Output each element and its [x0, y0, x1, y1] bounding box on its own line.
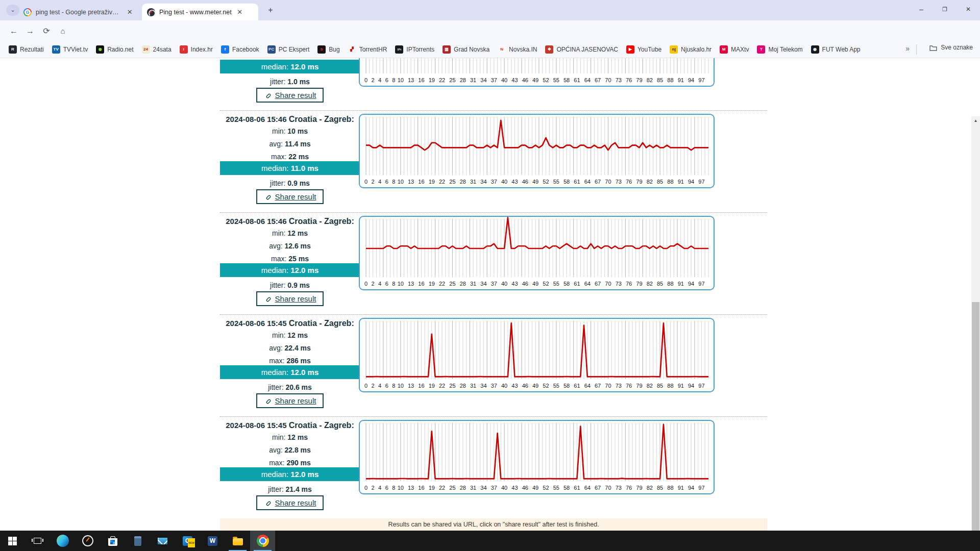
bookmark-favicon: nj	[670, 45, 678, 54]
taskbar-app-outlook[interactable]: ONEW	[175, 531, 200, 551]
stat-min: min: 12 ms	[220, 331, 360, 339]
bookmark-item[interactable]: iIndex.hr	[176, 43, 216, 56]
bookmark-item[interactable]: TVTVViet.tv	[48, 43, 91, 56]
taskbar-app-task-view[interactable]	[25, 531, 50, 551]
taskbar-app-speed-meter-app[interactable]	[75, 531, 100, 551]
bookmark-item[interactable]: NNovska.IN	[494, 43, 541, 56]
bookmark-item[interactable]: ▞TorrentHR	[345, 43, 391, 56]
tab-search-button[interactable]: ⌄	[6, 5, 19, 16]
window-close-button[interactable]: ✕	[957, 0, 980, 19]
all-bookmarks-button[interactable]: Sve oznake	[929, 44, 973, 51]
reload-button[interactable]: ⟳	[40, 24, 53, 38]
svg-text:52: 52	[543, 485, 549, 491]
svg-text:61: 61	[574, 179, 580, 185]
bookmark-label: IPTorrents	[406, 46, 434, 53]
new-tab-button[interactable]: +	[264, 5, 277, 16]
bookmark-item[interactable]: ◉Radio.net	[92, 43, 137, 56]
bookmark-label: FUT Web App	[822, 46, 861, 53]
tab-close-icon[interactable]: ✕	[126, 8, 134, 16]
svg-text:55: 55	[553, 179, 559, 185]
ping-chart: 0246810131619222528313437404346495255586…	[359, 420, 715, 494]
svg-text:76: 76	[626, 77, 632, 83]
share-result-button[interactable]: Share result	[256, 189, 324, 204]
stat-jitter: jitter: 1.0 ms	[220, 78, 360, 86]
svg-text:10: 10	[398, 485, 404, 491]
scroll-up-arrow[interactable]: ▲	[971, 116, 980, 125]
svg-text:25: 25	[449, 383, 455, 389]
svg-text:73: 73	[616, 485, 622, 491]
svg-text:88: 88	[667, 383, 673, 389]
bookmark-item[interactable]: njNjuskalo.hr	[666, 43, 715, 56]
svg-text:94: 94	[688, 485, 694, 491]
bookmark-item[interactable]: ❖OPĆINA JASENOVAC	[542, 43, 621, 56]
svg-text:10: 10	[398, 383, 404, 389]
svg-text:58: 58	[564, 77, 570, 83]
forward-button[interactable]: →	[23, 24, 37, 38]
svg-text:97: 97	[698, 281, 704, 287]
share-result-button[interactable]: Share result	[256, 88, 324, 103]
taskbar-app-calculator[interactable]	[125, 531, 150, 551]
taskbar-app-edge[interactable]	[50, 531, 75, 551]
bookmark-item[interactable]: IPtIPTorrents	[391, 43, 438, 56]
window-minimize-button[interactable]: –	[910, 0, 933, 19]
taskbar-app-start[interactable]	[0, 531, 25, 551]
tab-meter-net[interactable]: Ping test - www.meter.net ✕	[142, 4, 258, 20]
taskbar-app-file-explorer[interactable]	[225, 531, 250, 551]
svg-text:16: 16	[418, 383, 424, 389]
share-result-button[interactable]: Share result	[256, 495, 324, 510]
bookmark-item[interactable]: 2424sata	[138, 43, 175, 56]
bookmark-item[interactable]: ▶YouTube	[623, 43, 665, 56]
svg-text:43: 43	[511, 281, 518, 287]
taskbar-app-mail[interactable]	[150, 531, 175, 551]
svg-text:31: 31	[470, 179, 476, 185]
svg-text:76: 76	[626, 485, 632, 491]
bookmark-item[interactable]: fFacebook	[217, 43, 263, 56]
svg-text:79: 79	[636, 485, 642, 491]
svg-text:43: 43	[511, 179, 518, 185]
tab-google-search[interactable]: ping test - Google pretraživanje ✕	[18, 4, 139, 20]
stat-median-bar: median: 12.0 ms	[220, 467, 360, 481]
share-result-button[interactable]: Share result	[256, 393, 324, 408]
bookmark-item[interactable]: PCPC Ekspert	[264, 43, 313, 56]
tab-strip: ⌄ ping test - Google pretraživanje ✕ Pin…	[0, 0, 980, 20]
svg-text:40: 40	[501, 383, 507, 389]
page-content: min: avg: max: median: 12.0 ms jitter: 1…	[0, 58, 980, 531]
svg-text:2: 2	[372, 179, 375, 185]
window-restore-button[interactable]: ❐	[933, 0, 957, 19]
svg-text:70: 70	[605, 179, 611, 185]
ping-chart: 0246810131619222528313437404346495255586…	[359, 114, 715, 188]
svg-text:34: 34	[480, 77, 486, 83]
svg-text:4: 4	[378, 179, 381, 185]
taskbar-app-microsoft-store[interactable]	[100, 531, 125, 551]
stat-median-bar: median: 12.0 ms	[220, 263, 360, 277]
svg-text:64: 64	[584, 77, 591, 83]
bookmark-item[interactable]: RRezultati	[5, 43, 47, 56]
taskbar-app-chrome[interactable]	[250, 531, 275, 551]
bookmark-item[interactable]: ▥Grad Novska	[439, 43, 493, 56]
back-button[interactable]: ←	[7, 24, 20, 38]
share-result-button[interactable]: Share result	[256, 291, 324, 306]
bookmark-item[interactable]: MMAXtv	[716, 43, 752, 56]
svg-text:6: 6	[385, 485, 388, 491]
ping-stats: 2024-08-06 15:45 Croatia - Zagreb: min: …	[220, 315, 360, 417]
bookmark-label: Njuskalo.hr	[681, 46, 712, 53]
home-button[interactable]: ⌂	[56, 24, 69, 38]
svg-text:43: 43	[511, 485, 518, 491]
scrollbar-thumb[interactable]	[972, 302, 979, 531]
bookmark-item[interactable]: bBug	[314, 43, 343, 56]
svg-text:13: 13	[408, 485, 414, 491]
bookmark-favicon: 24	[142, 45, 150, 54]
bookmark-label: PC Ekspert	[279, 46, 310, 53]
bookmarks-overflow-chevron[interactable]: »	[905, 44, 910, 53]
scrollbar[interactable]: ▲ ▼	[971, 116, 980, 531]
svg-text:82: 82	[647, 383, 653, 389]
bookmark-item[interactable]: ◉FUT Web App	[807, 43, 864, 56]
svg-text:0: 0	[364, 485, 368, 491]
taskbar-app-word[interactable]: W	[200, 531, 225, 551]
bookmark-item[interactable]: TMoj Telekom	[753, 43, 806, 56]
svg-text:0: 0	[364, 281, 368, 287]
svg-text:94: 94	[688, 383, 694, 389]
ping-result-block: 2024-08-06 15:45 Croatia - Zagreb: min: …	[220, 416, 767, 518]
svg-text:97: 97	[698, 179, 704, 185]
tab-close-icon[interactable]: ✕	[236, 8, 244, 16]
